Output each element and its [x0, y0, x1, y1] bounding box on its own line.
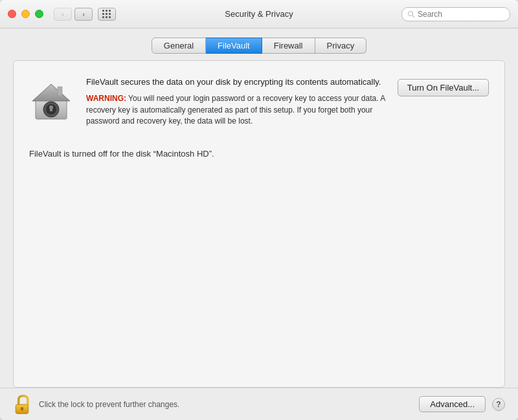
description-block: FileVault secures the data on your disk … — [86, 76, 386, 127]
search-bar[interactable] — [401, 7, 510, 21]
back-button[interactable]: ‹ — [54, 8, 72, 21]
status-text: FileVault is turned off for the disk “Ma… — [29, 149, 489, 159]
tab-filevault[interactable]: FileVault — [206, 38, 262, 54]
window: ‹ › Security & Privacy General FileVault… — [0, 0, 518, 420]
help-button[interactable]: ? — [492, 398, 505, 411]
svg-rect-11 — [21, 408, 23, 411]
warning-block: WARNING: You will need your login passwo… — [86, 93, 386, 127]
window-title: Security & Privacy — [225, 9, 293, 19]
turn-on-filevault-button[interactable]: Turn On FileVault... — [398, 79, 489, 96]
lock-label: Click the lock to prevent further change… — [39, 400, 179, 409]
minimize-button[interactable] — [21, 10, 30, 18]
warning-label: WARNING: — [86, 94, 126, 103]
traffic-lights — [8, 10, 43, 18]
grid-icon — [102, 10, 111, 19]
titlebar: ‹ › Security & Privacy — [0, 0, 518, 28]
nav-buttons: ‹ › — [54, 8, 116, 21]
svg-rect-4 — [58, 87, 62, 96]
advanced-button[interactable]: Advanced... — [419, 396, 486, 412]
search-icon — [407, 10, 415, 18]
grid-button[interactable] — [98, 8, 116, 21]
bottom-right: Advanced... ? — [419, 396, 505, 412]
top-section: FileVault secures the data on your disk … — [29, 76, 489, 127]
svg-line-1 — [412, 16, 414, 17]
forward-button[interactable]: › — [74, 8, 93, 21]
svg-rect-8 — [50, 107, 52, 111]
close-button[interactable] — [8, 10, 16, 18]
svg-point-0 — [409, 11, 413, 16]
description-text: FileVault secures the data on your disk … — [86, 76, 386, 88]
filevault-icon — [29, 79, 74, 124]
tab-privacy[interactable]: Privacy — [315, 38, 367, 54]
bottom-bar: Click the lock to prevent further change… — [0, 388, 518, 420]
svg-marker-3 — [32, 84, 70, 101]
maximize-button[interactable] — [35, 10, 43, 18]
tab-firewall[interactable]: Firewall — [262, 38, 315, 54]
warning-text: You will need your login password or a r… — [86, 94, 385, 126]
tabs-row: General FileVault Firewall Privacy — [0, 28, 518, 60]
search-input[interactable] — [418, 10, 504, 19]
lock-icon[interactable] — [13, 394, 31, 415]
content-area: FileVault secures the data on your disk … — [13, 60, 505, 388]
tab-general[interactable]: General — [152, 38, 206, 54]
